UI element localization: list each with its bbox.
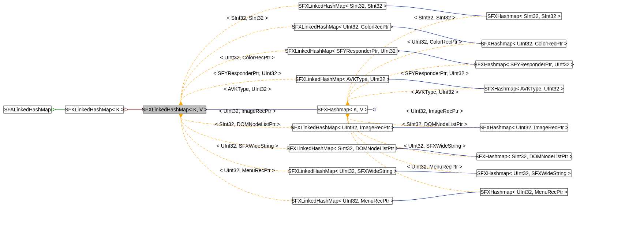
node-label-SFX_DOM: SFXLinkedHashMap< SInt32, DOMNodeListPtr… [287, 145, 399, 151]
node-SFX_DOM[interactable]: SFXLinkedHashMap< SInt32, DOMNodeListPtr… [287, 145, 399, 152]
node-label-SFX_WS: SFXLinkedHashMap< UInt32, SFXWideString … [288, 168, 397, 174]
edge-label-HASH_AVK-to-HASH_KV: < AVKType, UInt32 > [411, 89, 458, 95]
edge-SFX_MENU-to-HASH_MENU [392, 192, 484, 201]
node-HASH_RSP[interactable]: SFXHashmap< SFYResponderPtr, UInt32 > [474, 61, 574, 68]
node-label-SFX_S32: SFXLinkedHashMap< SInt32, SInt32 > [298, 3, 386, 9]
edge-SFX_WS-to-HASH_WS [396, 171, 481, 173]
node-label-SFX_RSP: SFXLinkedHashMap< SFYResponderPtr, UInt3… [285, 48, 400, 54]
node-label-HASH_RSP: SFXHashmap< SFYResponderPtr, UInt32 > [474, 62, 574, 67]
node-label-HASH_IMG: SFXHashmap< UInt32, ImageRecPtr > [480, 125, 568, 130]
node-label-SFK: SFKLinkedHashMap< K > [65, 107, 124, 112]
node-label-SFX_CLR: SFXLinkedHashMap< UInt32, ColorRecPtr > [292, 24, 393, 30]
node-label-SFX_AVK: SFXLinkedHashMap< AVKType, UInt32 > [295, 76, 390, 82]
edge-SFX_DOM-to-HASH_DOM [396, 148, 481, 156]
node-SFX_IMG[interactable]: SFXLinkedHashMap< UInt32, ImageRecPtr > [291, 124, 394, 131]
edge-label-HASH_DOM-to-HASH_KV: < SInt32, DOMNodeListPtr > [402, 121, 467, 127]
edge-label-SFX_MENU-to-SFX_KV: < UInt32, MenuRecPtr > [220, 167, 275, 173]
node-label-HASH_CLR: SFXHashmap< UInt32, ColorRecPtr > [481, 41, 568, 47]
node-label-HASH_S32: SFXHashmap< SInt32, SInt32 > [487, 13, 561, 19]
edge-label-HASH_RSP-to-HASH_KV: < SFYResponderPtr, UInt32 > [401, 70, 469, 76]
edge-label-SFX_CLR-to-SFX_KV: < UInt32, ColorRecPtr > [220, 55, 274, 60]
node-label-HASH_WS: SFXHashmap< UInt32, SFXWideString > [477, 170, 571, 176]
node-label-HASH_DOM: SFXHashmap< SInt32, DOMNodeListPtr > [475, 154, 572, 159]
edge-label-SFX_DOM-to-SFX_KV: < SInt32, DOMNodeListPtr > [215, 121, 280, 127]
edge-label-SFX_RSP-to-SFX_KV: < SFYResponderPtr, UInt32 > [213, 70, 281, 76]
node-label-SFA: SFALinkedHashMap [4, 107, 51, 112]
edge-label-HASH_CLR-to-HASH_KV: < UInt32, ColorRecPtr > [407, 39, 462, 45]
node-HASH_CLR[interactable]: SFXHashmap< UInt32, ColorRecPtr > [481, 40, 568, 47]
edge-label-SFX_IMG-to-SFX_KV: < UInt32, ImageRecPtr > [219, 108, 276, 114]
node-HASH_AVK[interactable]: SFXHashmap< AVKType, UInt32 > [484, 85, 564, 92]
node-HASH_MENU[interactable]: SFXHashmap< UInt32, MenuRecPtr > [480, 188, 568, 196]
edge-SFX_RSP-to-HASH_RSP [397, 51, 480, 64]
node-SFX_CLR[interactable]: SFXLinkedHashMap< UInt32, ColorRecPtr > [292, 23, 393, 30]
edge-label-HASH_MENU-to-HASH_KV: < UInt32, MenuRecPtr > [407, 164, 463, 170]
node-HASH_KV[interactable]: SFXHashmap< K, V > [317, 106, 368, 113]
node-SFX_RSP[interactable]: SFXLinkedHashMap< SFYResponderPtr, UInt3… [285, 47, 400, 55]
node-SFX_MENU[interactable]: SFXLinkedHashMap< UInt32, MenuRecPtr > [291, 197, 393, 204]
node-SFX_S32[interactable]: SFXLinkedHashMap< SInt32, SInt32 > [298, 2, 386, 10]
node-label-SFX_KV: SFXLinkedHashMap< K, V > [142, 107, 207, 112]
node-HASH_IMG[interactable]: SFXHashmap< UInt32, ImageRecPtr > [480, 124, 568, 131]
node-SFX_WS[interactable]: SFXLinkedHashMap< UInt32, SFXWideString … [288, 167, 397, 175]
node-label-HASH_MENU: SFXHashmap< UInt32, MenuRecPtr > [480, 189, 568, 195]
node-SFX_AVK[interactable]: SFXLinkedHashMap< AVKType, UInt32 > [295, 75, 390, 83]
node-HASH_S32[interactable]: SFXHashmap< SInt32, SInt32 > [487, 12, 561, 20]
edge-label-SFX_AVK-to-SFX_KV: < AVKType, UInt32 > [224, 86, 271, 92]
edge-label-HASH_WS-to-HASH_KV: < UInt32, SFXWideString > [404, 143, 466, 149]
nodes-layer: SFALinkedHashMapSFKLinkedHashMap< K >SFX… [4, 2, 574, 204]
inheritance-diagram: < SInt32, SInt32 >< UInt32, ColorRecPtr … [0, 0, 644, 233]
edge-SFX_AVK-to-HASH_AVK [389, 79, 488, 89]
node-label-SFX_MENU: SFXLinkedHashMap< UInt32, MenuRecPtr > [291, 198, 393, 204]
edge-SFX_MENU-to-SFX_KV [181, 118, 293, 201]
node-label-HASH_AVK: SFXHashmap< AVKType, UInt32 > [484, 86, 564, 92]
edge-label-SFX_S32-to-SFX_KV: < SInt32, SInt32 > [227, 15, 268, 21]
node-HASH_WS[interactable]: SFXHashmap< UInt32, SFXWideString > [477, 170, 571, 177]
node-SFX_KV[interactable]: SFXLinkedHashMap< K, V > [142, 106, 207, 113]
node-label-HASH_KV: SFXHashmap< K, V > [317, 107, 368, 112]
edge-label-HASH_S32-to-HASH_KV: < SInt32, SInt32 > [414, 15, 456, 21]
node-HASH_DOM[interactable]: SFXHashmap< SInt32, DOMNodeListPtr > [475, 153, 572, 160]
edge-label-HASH_IMG-to-HASH_KV: < UInt32, ImageRecPtr > [407, 108, 463, 114]
edge-label-SFX_WS-to-SFX_KV: < UInt32, SFXWideString > [217, 143, 278, 149]
node-label-SFX_IMG: SFXLinkedHashMap< UInt32, ImageRecPtr > [291, 125, 394, 130]
node-SFA[interactable]: SFALinkedHashMap [4, 106, 51, 113]
node-SFK[interactable]: SFKLinkedHashMap< K > [65, 106, 124, 113]
